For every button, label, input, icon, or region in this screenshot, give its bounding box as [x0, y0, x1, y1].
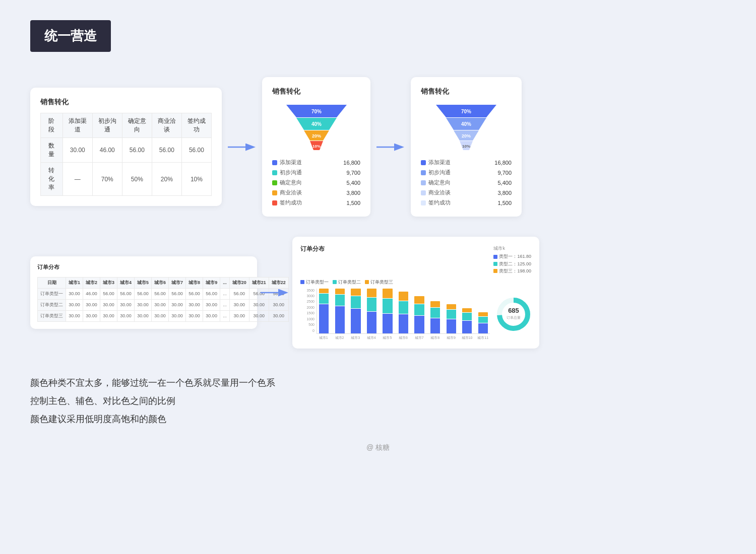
legend-value: 3,800	[497, 190, 512, 196]
bar-segment	[414, 296, 424, 304]
page-title: 统一营造	[30, 20, 111, 52]
legend-item: 商业洽谈 3,800	[421, 189, 512, 196]
bar-segment	[478, 312, 488, 316]
y-label: 500	[300, 323, 314, 326]
legend-item: 签约成功 1,500	[421, 199, 512, 206]
bar-segment	[351, 309, 360, 333]
svg-text:40%: 40%	[311, 121, 321, 127]
bar-segment	[383, 299, 392, 313]
legend-item: 签约成功 1,500	[272, 199, 360, 206]
barchart-card: 订单分布 城市k 类型一：161.80 类型二：125.00 类型三：198.0…	[292, 237, 539, 349]
bar-segment	[367, 312, 376, 333]
barchart-top-right: 城市k 类型一：161.80 类型二：125.00 类型三：198.00	[493, 245, 531, 275]
donut-area: 685 订单总量	[496, 289, 531, 340]
legend-item: 添加渠道 16,800	[272, 159, 360, 166]
legend-dot	[272, 200, 277, 205]
bar-group	[412, 289, 426, 333]
legend-item: 添加渠道 16,800	[421, 159, 512, 166]
legend-dot	[421, 200, 426, 205]
funnel2-title: 销售转化	[421, 87, 512, 96]
bar-segment	[367, 298, 376, 311]
arrow-icon-3	[260, 287, 290, 299]
legend-label: 添加渠道	[428, 159, 451, 166]
legend-value: 16,800	[494, 160, 512, 166]
legend-value: 5,400	[497, 180, 512, 186]
legend-label: 确定意向	[428, 179, 451, 186]
legend-label: 确定意向	[280, 179, 302, 186]
bar-group	[444, 289, 458, 333]
funnel-card-1: 销售转化 70% 40% 20% 10%	[262, 77, 370, 217]
x-label: 城市6	[396, 335, 410, 340]
legend-color-2	[333, 280, 337, 284]
barchart-legend-row: 订单类型一 订单类型二 订单类型三	[300, 279, 531, 286]
bar-group	[460, 289, 474, 333]
donut-svg: 685 订单总量	[496, 297, 531, 332]
legend-dot	[272, 160, 277, 165]
page-wrapper: 统一营造 销售转化 阶段 添加渠道 初步沟通 确定意向 商业洽谈 签约成功	[0, 0, 756, 554]
order-label: 订单类型三	[38, 310, 66, 321]
table-card-title: 销售转化	[40, 98, 212, 107]
order-col: 城市1	[66, 277, 83, 288]
legend-dot	[421, 190, 426, 195]
legend-label: 初步沟通	[428, 169, 451, 176]
table-row: 转化率 — 70% 50% 20% 10%	[41, 163, 212, 196]
arrow-2	[370, 141, 411, 153]
col-header-c1: 添加渠道	[62, 113, 92, 138]
bar-segment	[447, 304, 456, 309]
order-col: 城市9	[203, 277, 220, 288]
bar-segment	[478, 317, 488, 323]
bars-row	[317, 289, 490, 334]
bar-segment	[367, 289, 376, 297]
bar-segment	[383, 314, 392, 333]
cell: 70%	[92, 163, 122, 196]
order-label: 订单类型二	[38, 299, 66, 310]
col-header-stage: 阶段	[41, 113, 63, 138]
info-line-2: 控制主色、辅色、对比色之间的比例	[30, 392, 726, 410]
order-label: 订单类型一	[38, 288, 66, 299]
y-label: 2500	[300, 300, 314, 303]
funnel2-legend: 添加渠道 16,800 初步沟通 9,700 确定意向 5	[421, 159, 512, 206]
cell: 56.00	[181, 138, 211, 163]
y-axis: 3500 3000 2500 2000 1500 1000 500 0	[300, 289, 314, 340]
svg-text:70%: 70%	[311, 109, 321, 114]
legend-label: 签约成功	[428, 199, 451, 206]
x-label: 城市1	[317, 335, 331, 340]
funnel1-legend: 添加渠道 16,800 初步沟通 9,700 确定意向 5	[272, 159, 360, 206]
x-label: 城市2	[333, 335, 347, 340]
order-row: 订单类型一 30.00 46.00 56.00 56.00 56.00 56.0…	[38, 288, 289, 299]
barchart-main: 3500 3000 2500 2000 1500 1000 500 0	[300, 289, 531, 340]
legend-dot	[421, 170, 426, 175]
arrow-icon-1	[227, 141, 257, 153]
table-row: 数量 30.00 46.00 56.00 56.00 56.00	[41, 138, 212, 163]
order-col: 城市2	[83, 277, 100, 288]
bar-segment	[399, 301, 408, 314]
cell: 20%	[152, 163, 181, 196]
y-label: 1000	[300, 317, 314, 321]
cell: 10%	[181, 163, 211, 196]
legend-item: 确定意向 5,400	[272, 179, 360, 186]
col-header-c4: 商业洽谈	[152, 113, 181, 138]
bar-group	[317, 289, 331, 333]
arrow-1	[222, 141, 262, 153]
legend-item: 确定意向 5,400	[421, 179, 512, 186]
x-label: 城市7	[412, 335, 426, 340]
cell: 56.00	[122, 138, 152, 163]
legend-dot	[272, 180, 277, 185]
legend-value: 9,700	[346, 170, 360, 176]
bar-segment	[462, 313, 472, 320]
x-label: 城市4	[364, 335, 379, 340]
legend-item-1: 订单类型一	[300, 279, 329, 286]
row-label: 转化率	[41, 163, 63, 196]
bar-segment	[462, 321, 472, 333]
order-col: 城市4	[117, 277, 135, 288]
bar-segment	[430, 318, 440, 333]
y-label: 3500	[300, 289, 314, 292]
svg-text:10%: 10%	[312, 144, 320, 149]
bar-group	[476, 289, 490, 333]
mini-legend-text: 城市k 类型一：161.80 类型二：125.00 类型三：198.00	[493, 245, 531, 275]
footer-text: @ 核糖	[366, 443, 390, 451]
col-header-c2: 初步沟通	[92, 113, 122, 138]
legend-value: 5,400	[346, 180, 360, 186]
bar-segment-1	[319, 304, 329, 333]
legend-label: 初步沟通	[280, 169, 302, 176]
